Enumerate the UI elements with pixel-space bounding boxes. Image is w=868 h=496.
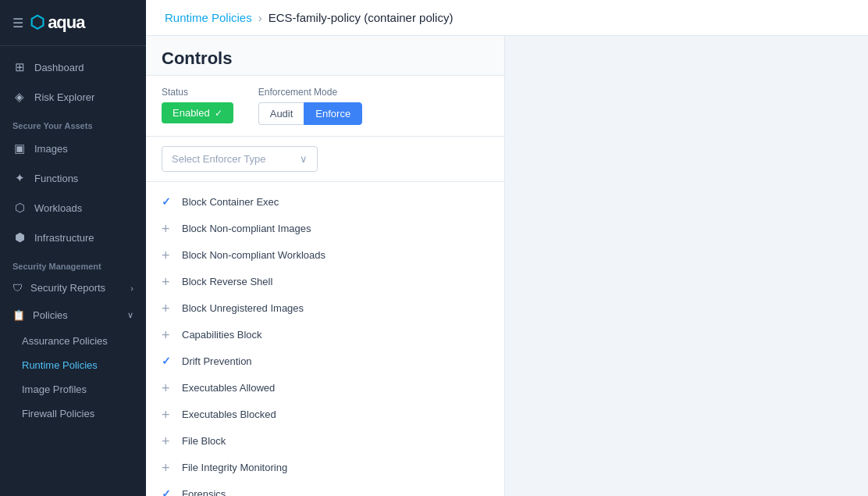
runtime-policies-label: Runtime Policies	[22, 359, 98, 371]
sidebar-item-label: Security Reports	[30, 282, 105, 294]
control-item-executables-blocked[interactable]: +Executables Blocked	[146, 401, 504, 427]
sidebar-item-label: Images	[34, 143, 68, 155]
enabled-label: Enabled	[173, 107, 210, 119]
control-item-capabilities-block[interactable]: +Capabilities Block	[146, 321, 504, 348]
controls-header: Controls	[146, 36, 504, 76]
plus-add-icon: +	[162, 461, 174, 473]
sidebar-item-dashboard[interactable]: ⊞ Dashboard	[0, 52, 146, 82]
security-reports-icon: 🛡	[12, 282, 23, 294]
plus-add-icon: +	[162, 381, 174, 394]
control-item-label: Drift Prevention	[182, 355, 252, 367]
plus-add-icon: +	[162, 434, 174, 447]
controls-title: Controls	[162, 48, 489, 69]
sidebar-item-risk-explorer[interactable]: ◈ Risk Explorer	[0, 82, 146, 112]
check-active-icon: ✓	[162, 355, 174, 367]
sidebar-item-images[interactable]: ▣ Images	[0, 134, 146, 163]
control-item-block-unregistered-images[interactable]: +Block Unregistered Images	[146, 294, 504, 321]
sidebar-sub-firewall-policies[interactable]: Firewall Policies	[0, 401, 146, 426]
plus-add-icon: +	[162, 408, 174, 420]
plus-add-icon: +	[162, 328, 174, 341]
control-item-forensics[interactable]: ✓Forensics	[146, 480, 504, 496]
status-enabled-button[interactable]: Enabled ✓	[162, 102, 233, 123]
enforcer-type-select[interactable]: Select Enforcer Type ∨	[162, 146, 318, 172]
control-item-label: Forensics	[182, 488, 226, 497]
workloads-icon: ⬡	[12, 201, 27, 215]
controls-list: ✓Block Container Exec+Block Non-complian…	[146, 182, 504, 496]
status-label: Status	[162, 87, 233, 98]
audit-button[interactable]: Audit	[258, 102, 304, 125]
control-item-label: Block Non-compliant Images	[182, 223, 311, 234]
status-enforcement-row: Status Enabled ✓ Enforcement Mode Audit …	[146, 76, 504, 137]
secure-assets-label: Secure Your Assets	[0, 112, 146, 134]
page-header: Runtime Policies › ECS-family-policy (co…	[146, 0, 868, 36]
enforcement-mode-toggle: Audit Enforce	[258, 102, 362, 125]
images-icon: ▣	[12, 141, 27, 155]
control-item-label: Block Non-compliant Workloads	[182, 249, 326, 261]
firewall-policies-label: Firewall Policies	[22, 408, 94, 419]
plus-add-icon: +	[162, 248, 174, 261]
control-item-block-container-exec[interactable]: ✓Block Container Exec	[146, 188, 504, 215]
sidebar-item-label: Workloads	[34, 202, 82, 214]
dashboard-icon: ⊞	[12, 60, 27, 74]
functions-icon: ✦	[12, 171, 27, 185]
control-item-label: Capabilities Block	[182, 329, 262, 341]
status-field: Status Enabled ✓	[162, 87, 233, 125]
sidebar-header: ☰ ⬡ aqua	[0, 0, 146, 46]
check-icon: ✓	[215, 108, 222, 119]
sidebar-item-label: Dashboard	[34, 62, 84, 73]
image-profiles-label: Image Profiles	[22, 384, 87, 395]
control-item-label: Block Unregistered Images	[182, 302, 304, 314]
aqua-logo: ⬡ aqua	[30, 12, 84, 33]
control-item-drift-prevention[interactable]: ✓Drift Prevention	[146, 348, 504, 374]
left-panel: Controls Status Enabled ✓ Enforcement Mo…	[146, 36, 505, 496]
sidebar-item-label: Policies	[33, 309, 68, 321]
content-area: Controls Status Enabled ✓ Enforcement Mo…	[146, 36, 868, 496]
chevron-down-icon: ∨	[127, 310, 133, 320]
breadcrumb-separator: ›	[258, 11, 262, 24]
control-item-executables-allowed[interactable]: +Executables Allowed	[146, 374, 504, 401]
hamburger-icon[interactable]: ☰	[12, 16, 23, 30]
breadcrumb-current: ECS-family-policy (container policy)	[269, 11, 454, 24]
sidebar-item-infrastructure[interactable]: ⬢ Infrastructure	[0, 223, 146, 252]
control-item-file-integrity-monitoring[interactable]: +File Integrity Monitoring	[146, 454, 504, 480]
control-item-block-reverse-shell[interactable]: +Block Reverse Shell	[146, 268, 504, 294]
control-item-label: Executables Allowed	[182, 382, 275, 394]
sidebar-item-workloads[interactable]: ⬡ Workloads	[0, 193, 146, 223]
control-item-file-block[interactable]: +File Block	[146, 427, 504, 454]
enforcement-mode-label: Enforcement Mode	[258, 87, 362, 98]
enforcement-mode-field: Enforcement Mode Audit Enforce	[258, 87, 362, 125]
sidebar-nav: ⊞ Dashboard ◈ Risk Explorer Secure Your …	[0, 46, 146, 432]
sidebar-sub-image-profiles[interactable]: Image Profiles	[0, 377, 146, 401]
infrastructure-icon: ⬢	[12, 230, 27, 244]
control-item-label: Executables Blocked	[182, 409, 276, 420]
enforce-button[interactable]: Enforce	[304, 102, 362, 125]
sidebar: ☰ ⬡ aqua ⊞ Dashboard ◈ Risk Explorer Sec…	[0, 0, 146, 496]
chevron-down-icon: ∨	[300, 153, 308, 165]
sidebar-item-label: Infrastructure	[34, 232, 94, 244]
risk-explorer-icon: ◈	[12, 90, 27, 104]
plus-add-icon: +	[162, 222, 174, 234]
breadcrumb-link[interactable]: Runtime Policies	[165, 11, 252, 24]
control-item-label: Block Container Exec	[182, 196, 279, 208]
breadcrumb: Runtime Policies › ECS-family-policy (co…	[165, 11, 849, 24]
check-active-icon: ✓	[162, 195, 174, 208]
sidebar-sub-runtime-policies[interactable]: Runtime Policies	[0, 353, 146, 377]
check-active-icon: ✓	[162, 487, 174, 496]
plus-add-icon: +	[162, 275, 174, 287]
right-panel	[505, 36, 868, 496]
control-item-label: File Block	[182, 435, 226, 447]
sidebar-item-security-reports[interactable]: 🛡 Security Reports ›	[0, 274, 146, 302]
control-item-block-noncompliant-workloads[interactable]: +Block Non-compliant Workloads	[146, 241, 504, 268]
chevron-right-icon: ›	[130, 284, 133, 293]
enforcer-placeholder: Select Enforcer Type	[172, 153, 265, 165]
enforcer-dropdown-container: Select Enforcer Type ∨	[146, 137, 504, 182]
sidebar-item-label: Functions	[34, 173, 78, 184]
sidebar-sub-assurance-policies[interactable]: Assurance Policies	[0, 329, 146, 353]
sidebar-item-label: Risk Explorer	[34, 91, 94, 103]
control-item-block-noncompliant-images[interactable]: +Block Non-compliant Images	[146, 215, 504, 241]
plus-add-icon: +	[162, 302, 174, 314]
sidebar-item-policies[interactable]: 📋 Policies ∨	[0, 302, 146, 329]
assurance-policies-label: Assurance Policies	[22, 335, 108, 347]
security-mgmt-label: Security Management	[0, 252, 146, 274]
sidebar-item-functions[interactable]: ✦ Functions	[0, 163, 146, 193]
